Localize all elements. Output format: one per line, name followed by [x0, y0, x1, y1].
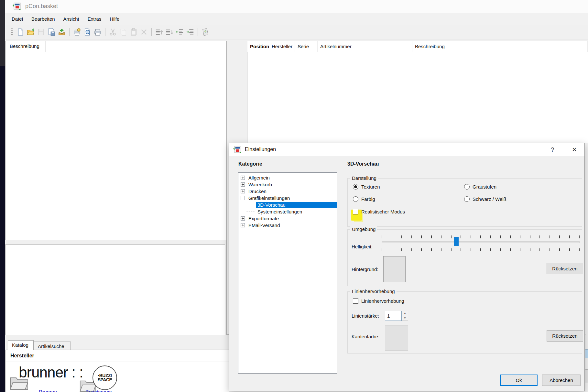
- column-header-hersteller[interactable]: Hersteller: [269, 41, 295, 52]
- slider-tick: [530, 235, 530, 238]
- tree-item-email-versand[interactable]: EMail-Versand: [238, 222, 337, 229]
- menu-item-datei[interactable]: Datei: [7, 14, 27, 24]
- paste-icon[interactable]: [129, 27, 138, 37]
- column-header-artikelnummer[interactable]: Artikelnummer: [318, 41, 412, 52]
- print-settings-icon[interactable]: [72, 27, 82, 37]
- menu-item-extras[interactable]: Extras: [83, 14, 106, 24]
- tree-item-3d-vorschau[interactable]: 3D-Vorschau: [238, 201, 337, 208]
- expand-icon[interactable]: [241, 176, 245, 180]
- umgebung-reset-button[interactable]: Rücksetzen: [547, 263, 583, 274]
- cut-icon[interactable]: [108, 27, 118, 37]
- checkbox-realistischer-modus-box[interactable]: [353, 209, 358, 214]
- edge-color-swatch[interactable]: [385, 325, 408, 351]
- slider-ticks-bottom: [382, 248, 580, 251]
- background-color-swatch[interactable]: [383, 256, 406, 282]
- slider-tick: [539, 248, 540, 251]
- buzzispace-logo[interactable]: ·BUZZI SPACE: [93, 365, 117, 390]
- radio-schwarzweiss-circle[interactable]: [464, 196, 470, 202]
- slider-tick: [471, 235, 471, 238]
- slider-tick: [490, 248, 491, 251]
- buzzi-logo-line2: SPACE: [98, 378, 112, 382]
- slider-tick: [550, 248, 550, 251]
- tree-item-systemeinstellungen[interactable]: Systemeinstellungen: [238, 208, 337, 215]
- expand-icon[interactable]: [241, 182, 245, 187]
- expand-icon[interactable]: [241, 189, 245, 193]
- window-title: pCon.basket: [25, 3, 58, 10]
- group-darstellung-label: Darstellung: [350, 175, 378, 181]
- column-header-serie[interactable]: Serie: [295, 41, 318, 52]
- tree-item-warenkorb[interactable]: Warenkorb: [238, 181, 337, 188]
- slider-tick: [500, 235, 501, 238]
- new-document-icon[interactable]: [16, 27, 25, 37]
- toolbar-separator: [105, 28, 105, 36]
- menu-item-ansicht[interactable]: Ansicht: [59, 14, 83, 24]
- outdent-icon[interactable]: [175, 27, 185, 37]
- expand-icon[interactable]: [241, 223, 245, 227]
- brunner-link[interactable]: Brunner: [39, 389, 57, 392]
- section-divider: [6, 362, 229, 362]
- radio-texturen-circle[interactable]: [353, 184, 358, 190]
- delete-icon[interactable]: [139, 27, 149, 37]
- tab-katalog[interactable]: Katalog: [8, 340, 34, 350]
- tree-item-exportformate[interactable]: Exportformate: [238, 215, 337, 222]
- checkbox-linienhervorhebung-box[interactable]: [353, 298, 358, 304]
- menu-item-bearbeiten[interactable]: Bearbeiten: [27, 14, 59, 24]
- slider-tick: [461, 235, 461, 238]
- print-icon[interactable]: [93, 27, 103, 37]
- move-down-icon[interactable]: [165, 27, 174, 37]
- checkbox-linienhervorhebung-label: Linienhervorhebung: [361, 298, 404, 304]
- checkbox-linienhervorhebung[interactable]: Linienhervorhebung: [353, 298, 404, 304]
- spinner-up-icon[interactable]: ▲: [402, 311, 408, 316]
- help-icon[interactable]: ?: [201, 27, 210, 37]
- column-header-beschreibung[interactable]: Beschreibung: [412, 41, 588, 52]
- tree-item-drucken[interactable]: Drucken: [238, 188, 337, 195]
- tree-item-allgemein[interactable]: Allgemein: [238, 174, 337, 181]
- save-icon[interactable]: [36, 27, 46, 37]
- indent-icon[interactable]: [185, 27, 195, 37]
- toolbar-grip[interactable]: [11, 28, 13, 36]
- dialog-help-button[interactable]: ?: [548, 145, 557, 154]
- slider-tick: [392, 235, 392, 238]
- collapse-icon[interactable]: [241, 196, 245, 200]
- linien-reset-button[interactable]: Rücksetzen: [547, 330, 583, 342]
- checkbox-realistischer-modus-label: Realistischer Modus: [361, 209, 405, 214]
- expand-icon[interactable]: [241, 216, 245, 221]
- menu-item-hilfe[interactable]: Hilfe: [105, 14, 124, 24]
- line-thickness-label: Linienstärke:: [352, 313, 379, 319]
- line-thickness-input[interactable]: 1: [385, 311, 402, 321]
- import-icon[interactable]: [57, 27, 67, 37]
- slider-tick: [382, 235, 382, 238]
- spinner-down-icon[interactable]: ▼: [402, 316, 408, 321]
- slider-tick: [480, 248, 481, 251]
- tree-item-grafikeinstellungen[interactable]: Grafikeinstellungen: [238, 195, 337, 201]
- brightness-slider-thumb[interactable]: [454, 237, 459, 246]
- radio-graustufen[interactable]: Graustufen: [464, 184, 496, 190]
- slider-tick: [490, 235, 491, 238]
- print-preview-icon[interactable]: [82, 27, 92, 37]
- dialog-titlebar[interactable]: Einstellungen ? ✕: [229, 143, 584, 156]
- radio-graustufen-label: Graustufen: [473, 184, 496, 190]
- ok-button[interactable]: Ok: [500, 375, 538, 386]
- dialog-close-button[interactable]: ✕: [569, 145, 580, 154]
- brightness-slider-track[interactable]: [382, 241, 580, 243]
- checkbox-realistischer-modus[interactable]: Realistischer Modus: [353, 209, 405, 214]
- tab-katalog-label: Katalog: [12, 342, 28, 348]
- move-up-icon[interactable]: [154, 27, 164, 37]
- save-as-icon[interactable]: [47, 27, 56, 37]
- radio-farbig-circle[interactable]: [353, 196, 358, 202]
- description-column-header[interactable]: Beschreibung: [10, 43, 39, 49]
- buzzispace-link[interactable]: Buzzispace: [85, 389, 112, 392]
- group-umgebung-label: Umgebung: [350, 226, 377, 232]
- copy-icon[interactable]: [118, 27, 128, 37]
- tab-artikelsuche[interactable]: Artikelsuche: [34, 342, 71, 350]
- open-folder-icon[interactable]: [26, 27, 36, 37]
- brunner-logo[interactable]: brunner : :: [19, 364, 83, 381]
- cancel-button[interactable]: Abbrechen: [542, 375, 581, 386]
- tree-item-label: Grafikeinstellungen: [247, 195, 291, 201]
- radio-farbig[interactable]: Farbig: [353, 196, 375, 202]
- radio-texturen[interactable]: Texturen: [353, 184, 380, 190]
- radio-graustufen-circle[interactable]: [464, 184, 470, 190]
- column-header-position[interactable]: Position: [247, 41, 269, 52]
- hersteller-panel: Hersteller brunner : : ·BUZZI SPACE Brun…: [5, 350, 229, 392]
- radio-schwarzweiss[interactable]: Schwarz / Weiß: [464, 196, 506, 202]
